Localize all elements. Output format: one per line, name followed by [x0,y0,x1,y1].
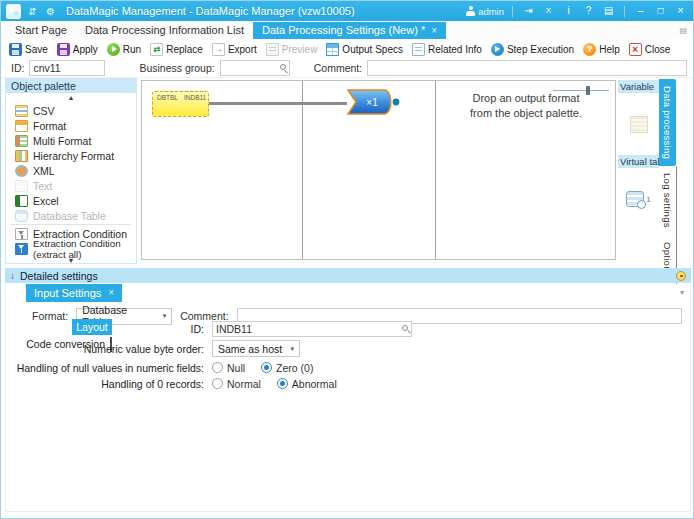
close-window-button[interactable]: × [673,4,688,18]
divider [624,6,625,17]
mapper-output-port[interactable] [393,99,400,106]
chevron-down-icon: ▾ [290,345,294,353]
palette-item-multi-format[interactable]: Multi Format [6,133,136,148]
palette-scroll-up[interactable]: ▲ [6,93,136,103]
tab-data-processing-settings[interactable]: Data Processing Settings (New) * × [253,22,446,39]
close-input-settings-icon[interactable]: × [108,284,114,302]
radio-icon[interactable] [212,362,223,373]
export-button[interactable]: →Export [208,42,261,57]
related-info-button[interactable]: Related Info [408,42,486,57]
pin-arrows-icon[interactable]: ⇵ [26,6,39,17]
search-icon[interactable] [402,325,408,331]
palette-item-database-table: Database Table [6,208,136,223]
collapse-icon[interactable]: ▾ [680,288,684,297]
palette-item-hierarchy-format[interactable]: Hierarchy Format [6,148,136,163]
export-label: Export [228,44,257,55]
user-badge: admin [466,6,504,17]
object-palette-title: Object palette [6,79,136,93]
logout-icon[interactable]: ⇥ [521,4,536,18]
dataflow-canvas[interactable]: DBTBL INDB11 ×1 Drop an output format fr… [141,80,616,260]
side-tab-data-processing[interactable]: Data processing [659,79,676,166]
help-label: Help [599,44,620,55]
node-connector [208,102,347,105]
input-node-dbtbl[interactable]: DBTBL INDB11 [152,91,209,117]
preview-icon [266,43,279,56]
variable-section-body[interactable] [618,93,659,155]
extraction-condition-all-icon [15,243,28,255]
preview-label: Preview [282,44,318,55]
radio-abnormal-label: Abnormal [292,378,337,390]
palette-item-label: Database Table [33,210,106,222]
side-tab-log-settings[interactable]: Log settings [659,166,677,235]
input-settings-tab[interactable]: Input Settings × [26,284,122,302]
related-info-label: Related Info [428,44,482,55]
help-icon[interactable]: ? [581,4,596,18]
close-button[interactable]: ×Close [625,42,675,57]
palette-item-extraction-condition-all[interactable]: Extraction Condition (extract all) [6,241,136,256]
radio-normal[interactable]: Normal [212,378,261,390]
search-icon[interactable] [280,64,286,70]
files-icon[interactable]: ▤ [601,4,616,18]
database-table-icon [15,210,28,222]
minimize-button[interactable]: – [633,4,648,18]
radio-icon[interactable] [212,378,223,389]
radio-selected-icon[interactable] [261,362,272,373]
table-id-searchbox [212,321,412,337]
table-id-label: ID: [12,323,212,335]
tools-icon[interactable]: × [541,4,556,18]
output-specs-button[interactable]: Output Specs [322,42,407,57]
close-tab-icon[interactable]: × [431,22,437,39]
palette-item-format[interactable]: Format [6,118,136,133]
radio-abnormal[interactable]: Abnormal [277,378,337,390]
step-execution-label: Step Execution [507,44,574,55]
virtual-table-icon [626,191,644,207]
replace-icon: ⇄ [150,43,163,56]
run-label: Run [123,44,141,55]
replace-button[interactable]: ⇄Replace [146,42,207,57]
id-input[interactable] [29,60,105,76]
palette-item-text: Text [6,178,136,193]
drop-hint-line1: Drop an output format [440,91,612,106]
zero-records-label: Handling of 0 records: [12,378,212,390]
run-button[interactable]: Run [103,42,145,57]
table-id-input[interactable] [212,321,412,337]
palette-item-csv[interactable]: CSV [6,103,136,118]
csv-icon [15,105,28,117]
mapper-node[interactable]: ×1 [346,88,400,116]
pin-icon[interactable] [676,271,686,281]
tab-start-page[interactable]: Start Page [6,22,76,39]
byte-order-dropdown[interactable]: Same as host ▾ [212,340,300,357]
save-button[interactable]: Save [5,42,52,57]
detailed-settings-bar[interactable]: ↓ Detailed settings [5,268,691,283]
info-icon[interactable]: i [561,4,576,18]
chevron-down-icon: ▾ [163,312,167,320]
radio-selected-icon[interactable] [277,378,288,389]
tab-label: Data Processing Settings (New) * [262,22,425,39]
maximize-button[interactable]: □ [653,4,668,18]
step-execution-button[interactable]: Step Execution [487,42,578,57]
help-button[interactable]: ?Help [579,42,624,57]
radio-null[interactable]: Null [212,362,245,374]
tab-data-processing-information-list[interactable]: Data Processing Information List [76,22,253,39]
canvas-divider [435,81,436,259]
close-icon: × [629,43,642,56]
palette-item-xml[interactable]: XML [6,163,136,178]
app-icon [6,4,21,19]
save-label: Save [25,44,48,55]
run-icon [107,43,120,56]
toolbar: Save Apply Run ⇄Replace →Export Preview … [1,39,693,59]
output-specs-icon [326,43,339,56]
palette-item-label: Hierarchy Format [33,150,114,162]
palette-item-excel[interactable]: Excel [6,193,136,208]
tab-list-icon[interactable]: ▤ [679,26,687,35]
byte-order-row: Numeric value byte order: Same as host ▾ [12,340,300,357]
comment-input[interactable] [367,60,687,76]
input-settings-tab-label: Input Settings [34,284,101,302]
related-info-icon [412,43,425,56]
virtual-table-section-body[interactable]: 1 [618,168,659,230]
radio-zero[interactable]: Zero (0) [261,362,313,374]
apply-button[interactable]: Apply [53,42,102,57]
multi-format-icon [15,135,28,147]
gear-icon[interactable]: ⚙ [44,6,57,17]
preview-button[interactable]: Preview [262,42,322,57]
